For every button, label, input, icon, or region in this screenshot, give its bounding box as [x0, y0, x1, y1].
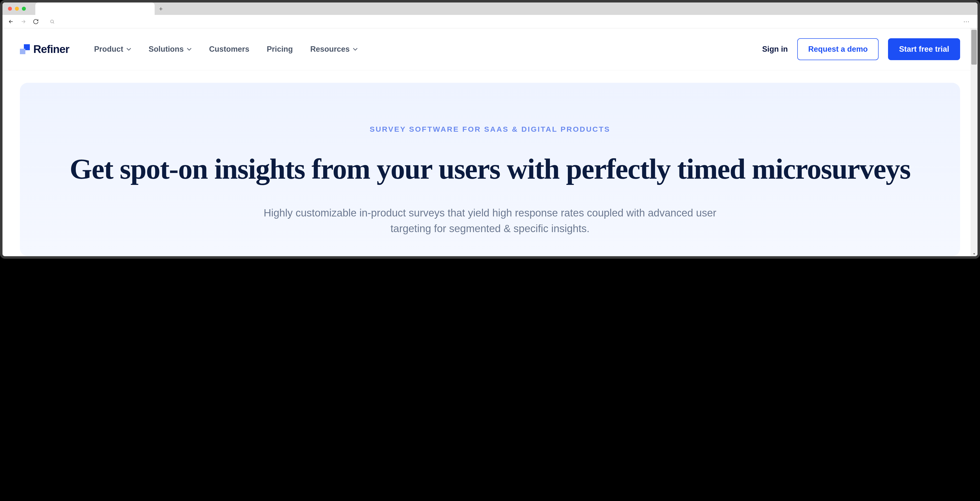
new-tab-button[interactable]: + — [154, 3, 167, 15]
forward-button[interactable] — [21, 18, 26, 25]
nav-label: Resources — [310, 45, 350, 54]
arrow-left-icon — [8, 18, 14, 25]
maximize-window-button[interactable] — [22, 7, 26, 11]
logo-text: Refiner — [33, 43, 69, 56]
signin-link[interactable]: Sign in — [762, 45, 788, 54]
nav-label: Customers — [209, 45, 249, 54]
browser-chrome: + ··· — [3, 3, 977, 28]
reload-button[interactable] — [33, 19, 39, 25]
nav-item-solutions[interactable]: Solutions — [149, 45, 192, 54]
nav-label: Solutions — [149, 45, 184, 54]
scrollbar[interactable]: ▾ — [970, 28, 977, 256]
logo-mark-icon — [20, 44, 30, 54]
hero-subtitle: Highly customizable in-product surveys t… — [254, 205, 726, 236]
logo[interactable]: Refiner — [20, 43, 69, 56]
hero-section: SURVEY SOFTWARE FOR SAAS & DIGITAL PRODU… — [20, 83, 960, 256]
header-actions: Sign in Request a demo Start free trial — [762, 38, 960, 60]
nav-label: Product — [94, 45, 123, 54]
svg-point-0 — [51, 20, 53, 23]
site-header: Refiner Product Solutions Customers Pric… — [3, 28, 977, 70]
hero-eyebrow: SURVEY SOFTWARE FOR SAAS & DIGITAL PRODU… — [42, 125, 938, 134]
nav-menu: Product Solutions Customers Pricing Reso… — [94, 45, 358, 54]
back-button[interactable] — [8, 18, 14, 25]
nav-label: Pricing — [267, 45, 293, 54]
browser-tab[interactable] — [35, 3, 154, 15]
browser-toolbar: ··· — [3, 15, 977, 28]
browser-window: + ··· — [0, 0, 980, 259]
reload-icon — [33, 19, 39, 25]
hero-title: Get spot-on insights from your users wit… — [42, 153, 938, 185]
minimize-window-button[interactable] — [15, 7, 19, 11]
traffic-lights — [8, 7, 26, 11]
close-window-button[interactable] — [8, 7, 12, 11]
request-demo-button[interactable]: Request a demo — [797, 38, 878, 60]
tab-bar: + — [3, 3, 977, 15]
start-free-trial-button[interactable]: Start free trial — [888, 38, 960, 60]
nav-item-pricing[interactable]: Pricing — [267, 45, 293, 54]
scrollbar-thumb[interactable] — [971, 30, 977, 65]
chevron-down-icon — [187, 48, 192, 51]
nav-item-resources[interactable]: Resources — [310, 45, 358, 54]
scroll-down-arrow-icon[interactable]: ▾ — [973, 252, 975, 256]
browser-menu-button[interactable]: ··· — [961, 18, 972, 25]
svg-rect-2 — [20, 49, 25, 54]
search-icon — [50, 19, 55, 24]
chevron-down-icon — [353, 48, 358, 51]
address-bar[interactable] — [45, 17, 955, 26]
page-content: Refiner Product Solutions Customers Pric… — [3, 28, 977, 256]
nav-item-customers[interactable]: Customers — [209, 45, 249, 54]
nav-item-product[interactable]: Product — [94, 45, 131, 54]
arrow-right-icon — [21, 18, 26, 25]
chevron-down-icon — [126, 48, 131, 51]
